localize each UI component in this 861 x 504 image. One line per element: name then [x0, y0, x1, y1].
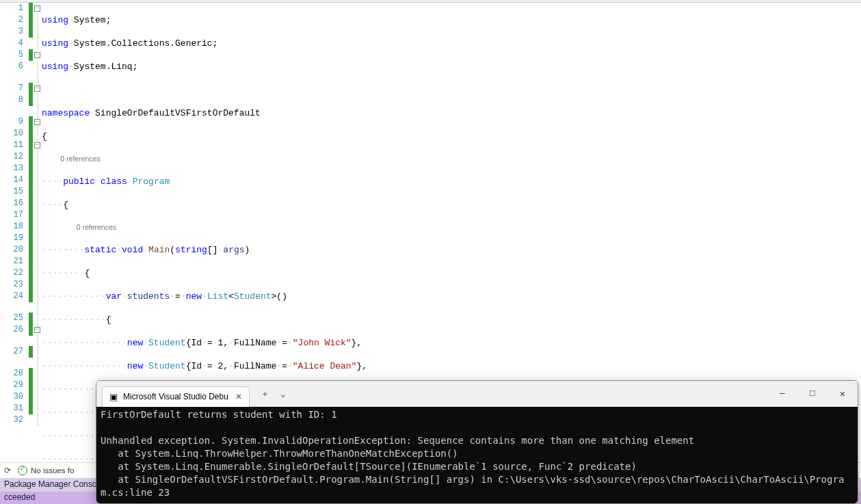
maximize-button[interactable]: □ — [797, 384, 827, 404]
terminal-icon: ▣ — [109, 392, 118, 402]
add-tab-button[interactable]: ＋ — [254, 385, 276, 403]
status-text: No issues fo — [31, 466, 74, 475]
terminal-output[interactable]: FirstOrDefault returns student with ID: … — [96, 407, 858, 503]
terminal-tab[interactable]: ▣ Microsoft Visual Studio Debu ✕ — [102, 386, 250, 407]
debug-console-window[interactable]: ▣ Microsoft Visual Studio Debu ✕ ＋ ⌄ — □… — [96, 380, 858, 504]
ok-icon — [18, 466, 27, 475]
terminal-tab-title: Microsoft Visual Studio Debu — [123, 392, 228, 401]
terminal-titlebar[interactable]: ▣ Microsoft Visual Studio Debu ✕ ＋ ⌄ — □… — [96, 381, 858, 407]
minimize-button[interactable]: — — [767, 384, 797, 404]
close-tab-icon[interactable]: ✕ — [228, 392, 242, 401]
close-window-button[interactable]: ✕ — [827, 384, 858, 404]
tab-dropdown-icon[interactable]: ⌄ — [276, 386, 290, 402]
fold-column[interactable]: − − − − − − — [33, 3, 42, 465]
line-number-gutter: 1 2 3 4 5 6 7 8 9 10 11 12 13 14 15 16 1… — [0, 3, 29, 465]
refresh-icon[interactable]: ⟳ — [4, 466, 11, 475]
